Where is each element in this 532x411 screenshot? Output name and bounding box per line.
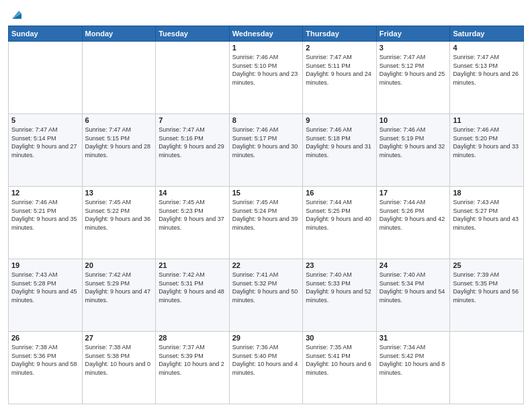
day-cell xyxy=(9,42,83,114)
day-number: 9 xyxy=(306,116,373,124)
day-cell: 27Sunrise: 7:38 AM Sunset: 5:38 PM Dayli… xyxy=(82,332,156,404)
day-cell: 3Sunrise: 7:47 AM Sunset: 5:12 PM Daylig… xyxy=(376,42,450,114)
day-number: 28 xyxy=(159,334,226,342)
day-cell: 19Sunrise: 7:43 AM Sunset: 5:28 PM Dayli… xyxy=(9,259,83,332)
day-info: Sunrise: 7:46 AM Sunset: 5:21 PM Dayligh… xyxy=(11,198,79,232)
day-number: 7 xyxy=(159,116,226,124)
day-info: Sunrise: 7:38 AM Sunset: 5:36 PM Dayligh… xyxy=(11,343,79,377)
day-cell: 24Sunrise: 7:40 AM Sunset: 5:34 PM Dayli… xyxy=(376,259,450,332)
logo xyxy=(8,7,24,21)
day-number: 1 xyxy=(232,44,300,52)
day-number: 20 xyxy=(85,261,153,269)
day-number: 5 xyxy=(11,116,79,124)
day-info: Sunrise: 7:47 AM Sunset: 5:14 PM Dayligh… xyxy=(11,126,79,159)
day-number: 21 xyxy=(159,261,226,269)
day-number: 31 xyxy=(380,334,447,342)
day-info: Sunrise: 7:45 AM Sunset: 5:22 PM Dayligh… xyxy=(85,198,153,232)
day-info: Sunrise: 7:37 AM Sunset: 5:39 PM Dayligh… xyxy=(159,343,226,377)
day-number: 22 xyxy=(232,261,300,269)
day-cell: 12Sunrise: 7:46 AM Sunset: 5:21 PM Dayli… xyxy=(9,187,83,259)
day-number: 26 xyxy=(11,334,79,342)
day-info: Sunrise: 7:47 AM Sunset: 5:11 PM Dayligh… xyxy=(306,53,373,87)
day-info: Sunrise: 7:46 AM Sunset: 5:19 PM Dayligh… xyxy=(380,126,447,159)
day-info: Sunrise: 7:35 AM Sunset: 5:41 PM Dayligh… xyxy=(306,343,373,377)
day-number: 24 xyxy=(380,261,447,269)
day-cell: 8Sunrise: 7:46 AM Sunset: 5:17 PM Daylig… xyxy=(229,114,303,187)
day-cell: 18Sunrise: 7:43 AM Sunset: 5:27 PM Dayli… xyxy=(450,187,524,259)
day-number: 11 xyxy=(453,116,521,124)
day-cell: 17Sunrise: 7:44 AM Sunset: 5:26 PM Dayli… xyxy=(376,187,450,259)
day-cell: 29Sunrise: 7:36 AM Sunset: 5:40 PM Dayli… xyxy=(229,332,303,404)
day-cell: 25Sunrise: 7:39 AM Sunset: 5:35 PM Dayli… xyxy=(450,259,524,332)
calendar-table: SundayMondayTuesdayWednesdayThursdayFrid… xyxy=(8,26,524,404)
day-info: Sunrise: 7:45 AM Sunset: 5:23 PM Dayligh… xyxy=(159,198,226,232)
day-cell: 6Sunrise: 7:47 AM Sunset: 5:15 PM Daylig… xyxy=(82,114,156,187)
day-info: Sunrise: 7:43 AM Sunset: 5:28 PM Dayligh… xyxy=(11,271,79,304)
page: SundayMondayTuesdayWednesdayThursdayFrid… xyxy=(0,0,532,411)
weekday-header-tuesday: Tuesday xyxy=(156,26,230,42)
day-number: 16 xyxy=(306,189,373,197)
day-info: Sunrise: 7:42 AM Sunset: 5:31 PM Dayligh… xyxy=(159,271,226,304)
day-cell: 11Sunrise: 7:46 AM Sunset: 5:20 PM Dayli… xyxy=(450,114,524,187)
day-cell: 5Sunrise: 7:47 AM Sunset: 5:14 PM Daylig… xyxy=(9,114,83,187)
logo-icon xyxy=(9,7,24,21)
day-info: Sunrise: 7:43 AM Sunset: 5:27 PM Dayligh… xyxy=(453,198,521,232)
day-info: Sunrise: 7:47 AM Sunset: 5:12 PM Dayligh… xyxy=(380,53,447,87)
day-number: 3 xyxy=(380,44,447,52)
day-cell: 26Sunrise: 7:38 AM Sunset: 5:36 PM Dayli… xyxy=(9,332,83,404)
day-number: 18 xyxy=(453,189,521,197)
day-cell: 21Sunrise: 7:42 AM Sunset: 5:31 PM Dayli… xyxy=(156,259,230,332)
day-info: Sunrise: 7:45 AM Sunset: 5:24 PM Dayligh… xyxy=(232,198,300,232)
day-info: Sunrise: 7:41 AM Sunset: 5:32 PM Dayligh… xyxy=(232,271,300,304)
day-number: 14 xyxy=(159,189,226,197)
day-info: Sunrise: 7:46 AM Sunset: 5:20 PM Dayligh… xyxy=(453,126,521,159)
day-cell: 14Sunrise: 7:45 AM Sunset: 5:23 PM Dayli… xyxy=(156,187,230,259)
day-number: 27 xyxy=(85,334,153,342)
week-row-3: 12Sunrise: 7:46 AM Sunset: 5:21 PM Dayli… xyxy=(9,187,524,259)
day-info: Sunrise: 7:46 AM Sunset: 5:10 PM Dayligh… xyxy=(232,53,300,87)
weekday-header-wednesday: Wednesday xyxy=(229,26,303,42)
header xyxy=(8,7,524,21)
day-cell: 15Sunrise: 7:45 AM Sunset: 5:24 PM Dayli… xyxy=(229,187,303,259)
day-cell: 10Sunrise: 7:46 AM Sunset: 5:19 PM Dayli… xyxy=(376,114,450,187)
weekday-header-thursday: Thursday xyxy=(303,26,377,42)
day-cell: 4Sunrise: 7:47 AM Sunset: 5:13 PM Daylig… xyxy=(450,42,524,114)
day-cell: 1Sunrise: 7:46 AM Sunset: 5:10 PM Daylig… xyxy=(229,42,303,114)
day-info: Sunrise: 7:38 AM Sunset: 5:38 PM Dayligh… xyxy=(85,343,153,377)
weekday-header-monday: Monday xyxy=(82,26,156,42)
day-info: Sunrise: 7:46 AM Sunset: 5:17 PM Dayligh… xyxy=(232,126,300,159)
day-cell: 23Sunrise: 7:40 AM Sunset: 5:33 PM Dayli… xyxy=(303,259,377,332)
day-cell: 2Sunrise: 7:47 AM Sunset: 5:11 PM Daylig… xyxy=(303,42,377,114)
weekday-header-saturday: Saturday xyxy=(450,26,524,42)
weekday-header-friday: Friday xyxy=(376,26,450,42)
day-cell: 20Sunrise: 7:42 AM Sunset: 5:29 PM Dayli… xyxy=(82,259,156,332)
day-cell: 30Sunrise: 7:35 AM Sunset: 5:41 PM Dayli… xyxy=(303,332,377,404)
day-number: 17 xyxy=(380,189,447,197)
week-row-1: 1Sunrise: 7:46 AM Sunset: 5:10 PM Daylig… xyxy=(9,42,524,114)
day-number: 29 xyxy=(232,334,300,342)
day-number: 30 xyxy=(306,334,373,342)
day-info: Sunrise: 7:47 AM Sunset: 5:15 PM Dayligh… xyxy=(85,126,153,159)
day-info: Sunrise: 7:42 AM Sunset: 5:29 PM Dayligh… xyxy=(85,271,153,304)
day-info: Sunrise: 7:40 AM Sunset: 5:33 PM Dayligh… xyxy=(306,271,373,304)
day-number: 4 xyxy=(453,44,521,52)
week-row-5: 26Sunrise: 7:38 AM Sunset: 5:36 PM Dayli… xyxy=(9,332,524,404)
day-info: Sunrise: 7:46 AM Sunset: 5:18 PM Dayligh… xyxy=(306,126,373,159)
day-cell xyxy=(82,42,156,114)
day-number: 25 xyxy=(453,261,521,269)
day-cell xyxy=(156,42,230,114)
day-info: Sunrise: 7:47 AM Sunset: 5:13 PM Dayligh… xyxy=(453,53,521,87)
day-cell xyxy=(450,332,524,404)
weekday-header-sunday: Sunday xyxy=(9,26,83,42)
day-number: 13 xyxy=(85,189,153,197)
day-info: Sunrise: 7:36 AM Sunset: 5:40 PM Dayligh… xyxy=(232,343,300,377)
day-number: 12 xyxy=(11,189,79,197)
day-number: 2 xyxy=(306,44,373,52)
day-number: 23 xyxy=(306,261,373,269)
day-cell: 7Sunrise: 7:47 AM Sunset: 5:16 PM Daylig… xyxy=(156,114,230,187)
day-info: Sunrise: 7:44 AM Sunset: 5:26 PM Dayligh… xyxy=(380,198,447,232)
day-number: 19 xyxy=(11,261,79,269)
week-row-2: 5Sunrise: 7:47 AM Sunset: 5:14 PM Daylig… xyxy=(9,114,524,187)
day-info: Sunrise: 7:47 AM Sunset: 5:16 PM Dayligh… xyxy=(159,126,226,159)
day-info: Sunrise: 7:44 AM Sunset: 5:25 PM Dayligh… xyxy=(306,198,373,232)
